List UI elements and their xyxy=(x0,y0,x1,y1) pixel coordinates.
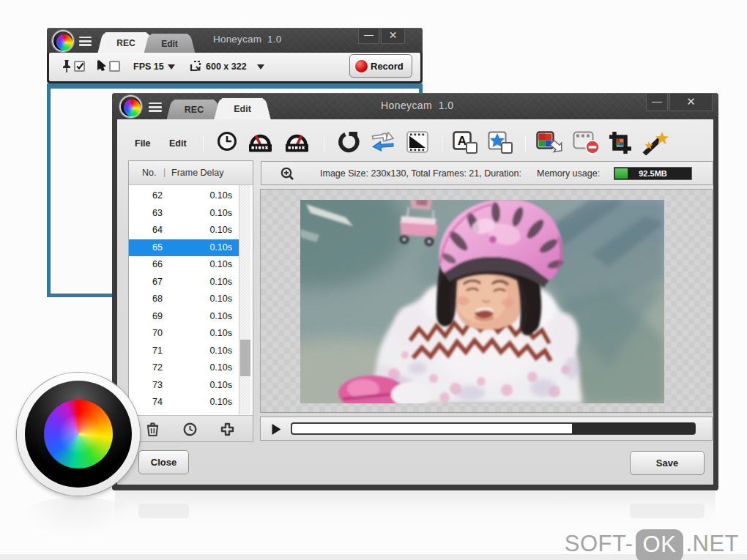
svg-text:A: A xyxy=(458,134,467,148)
